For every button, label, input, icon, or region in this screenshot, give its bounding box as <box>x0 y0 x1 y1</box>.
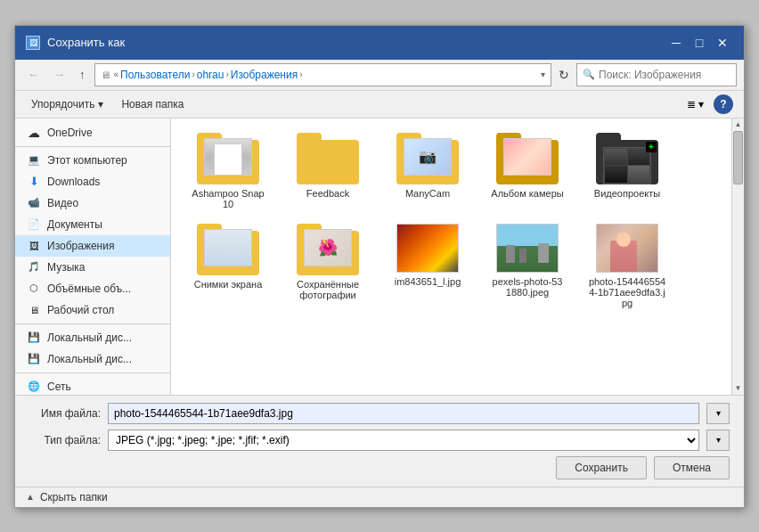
sidebar-item-music[interactable]: 🎵 Музыка <box>15 257 170 278</box>
sidebar-item-downloads[interactable]: ⬇ Downloads <box>15 171 170 192</box>
sidebar-item-network[interactable]: 🌐 Сеть <box>15 376 170 395</box>
folder-icon-sohr: 🌺 <box>297 224 359 275</box>
filetype-label: Тип файла: <box>29 434 101 446</box>
sidebar-label-onedrive: OneDrive <box>47 127 93 139</box>
breadcrumb-user[interactable]: ohrau <box>197 69 224 81</box>
images-icon: 🖼 <box>26 239 42 253</box>
sidebar-label-music: Музыка <box>47 261 85 274</box>
sidebar-item-computer[interactable]: 💻 Этот компьютер <box>15 150 170 171</box>
breadcrumb-images[interactable]: Изображения <box>231 69 298 81</box>
sidebar-item-3d[interactable]: ⬡ Объёмные объ... <box>15 278 170 299</box>
downloads-icon: ⬇ <box>26 175 42 189</box>
video-icon: 📹 <box>26 196 42 210</box>
help-button[interactable]: ? <box>714 94 733 114</box>
thumbnail-photo-girl <box>596 224 658 273</box>
file-label: im843651_l.jpg <box>395 276 461 287</box>
refresh-button[interactable]: ↻ <box>555 66 573 84</box>
vertical-scrollbar[interactable]: ▲ ▼ <box>731 119 744 395</box>
dialog-title: Сохранить как <box>47 36 125 49</box>
folder-icon-kamera <box>496 133 559 184</box>
list-item[interactable]: + Видеопроекты <box>579 127 675 215</box>
onedrive-icon: ☁ <box>26 126 42 140</box>
sidebar-item-onedrive[interactable]: ☁ OneDrive <box>15 122 170 143</box>
search-input[interactable] <box>599 69 730 81</box>
file-label: Feedback <box>306 188 349 199</box>
footer-toggle-label: Скрыть папки <box>40 491 108 503</box>
filename-input[interactable] <box>108 403 699 424</box>
bottom-area: Имя файла: ▾ Тип файла: JPEG (*.jpg; *.j… <box>15 395 744 487</box>
minimize-button[interactable]: ─ <box>665 33 687 53</box>
file-area: Ashampoo Snap10 Feedback 📷 <box>171 119 731 395</box>
folder-icon-snimki <box>197 224 259 275</box>
toolbar2: Упорядочить ▾ Новая папка ≣ ▾ ? <box>15 91 744 119</box>
network-icon: 🌐 <box>26 380 42 394</box>
thumbnail-pexels <box>496 224 559 273</box>
sidebar-label-docs: Документы <box>47 218 102 231</box>
file-label: Снимки экрана <box>194 279 263 290</box>
sidebar-item-drive-c[interactable]: 💾 Локальный дис... <box>15 327 170 348</box>
list-item[interactable]: Ashampoo Snap10 <box>180 127 276 215</box>
filename-label: Имя файла: <box>29 407 101 420</box>
filetype-dropdown-button[interactable]: ▾ <box>706 430 730 451</box>
sidebar-item-video[interactable]: 📹 Видео <box>15 192 170 214</box>
file-label: Альбом камеры <box>491 188 563 199</box>
filename-row: Имя файла: ▾ <box>29 403 730 424</box>
sidebar-item-docs[interactable]: 📄 Документы <box>15 214 170 235</box>
maximize-button[interactable]: □ <box>689 33 710 53</box>
cancel-button[interactable]: Отмена <box>654 456 730 479</box>
docs-icon: 📄 <box>26 217 42 232</box>
scroll-up-arrow[interactable]: ▲ <box>732 119 745 131</box>
sidebar-label-3d: Объёмные объ... <box>47 282 131 295</box>
address-bar[interactable]: 🖥 « Пользователи › ohrau › Изображения ›… <box>94 63 552 86</box>
save-button[interactable]: Сохранить <box>556 456 647 479</box>
sidebar-label-network: Сеть <box>47 381 71 393</box>
list-item[interactable]: photo-1544465544-1b71aee9dfa3.jpg <box>579 218 675 314</box>
list-item[interactable]: 📷 ManyCam <box>380 127 476 215</box>
filename-dropdown-button[interactable]: ▾ <box>706 403 730 424</box>
list-item[interactable]: Feedback <box>280 127 376 215</box>
toolbar2-right: ≣ ▾ ? <box>681 94 733 114</box>
title-bar: 🖼 Сохранить как ─ □ ✕ <box>15 26 744 60</box>
folder-icon-manycam: 📷 <box>396 133 459 184</box>
back-button[interactable]: ← <box>22 64 45 85</box>
file-label: Ashampoo Snap10 <box>192 188 264 209</box>
sidebar: ☁ OneDrive 💻 Этот компьютер ⬇ Downloads … <box>15 119 171 395</box>
list-item[interactable]: im843651_l.jpg <box>380 218 476 314</box>
footer-bar[interactable]: ▲ Скрыть папки <box>15 487 744 507</box>
sidebar-label-downloads: Downloads <box>47 176 100 188</box>
sidebar-item-images[interactable]: 🖼 Изображения <box>15 235 170 257</box>
list-item[interactable]: Альбом камеры <box>479 127 575 215</box>
computer-icon: 💻 <box>26 153 42 168</box>
up-button[interactable]: ↑ <box>74 64 91 85</box>
scroll-down-arrow[interactable]: ▼ <box>732 382 745 395</box>
address-dropdown-arrow[interactable]: ▾ <box>541 70 545 79</box>
drive-c-icon: 💾 <box>26 331 42 345</box>
file-label: ManyCam <box>405 188 450 199</box>
scroll-thumb[interactable] <box>733 131 743 184</box>
new-folder-button[interactable]: Новая папка <box>116 95 189 113</box>
file-label: pexels-photo-531880.jpeg <box>493 276 563 298</box>
view-button[interactable]: ≣ ▾ <box>681 94 710 114</box>
sidebar-item-drive-d[interactable]: 💾 Локальный дис... <box>15 348 170 370</box>
list-item[interactable]: Снимки экрана <box>180 218 276 314</box>
3d-icon: ⬡ <box>26 282 42 296</box>
sidebar-item-desktop[interactable]: 🖥 Рабочий стол <box>15 299 170 321</box>
footer-chevron-icon: ▲ <box>26 492 35 502</box>
list-item[interactable]: 🌺 Сохранённыефотографии <box>280 218 376 314</box>
search-box[interactable]: 🔍 <box>576 63 737 86</box>
breadcrumb: « Пользователи › ohrau › Изображения › <box>114 69 538 81</box>
forward-button[interactable]: → <box>48 64 70 85</box>
list-item[interactable]: pexels-photo-531880.jpeg <box>479 218 575 314</box>
sidebar-label-video: Видео <box>47 197 78 209</box>
scroll-track[interactable] <box>732 131 744 382</box>
filetype-row: Тип файла: JPEG (*.jpg; *.jpeg; *.jpe; *… <box>29 430 730 451</box>
folder-icon-ashampoo <box>197 133 259 184</box>
organize-button[interactable]: Упорядочить ▾ <box>26 95 109 113</box>
close-button[interactable]: ✕ <box>712 33 733 53</box>
sidebar-label-images: Изображения <box>47 240 114 252</box>
main-area: ☁ OneDrive 💻 Этот компьютер ⬇ Downloads … <box>15 119 744 395</box>
file-label: Сохранённыефотографии <box>297 279 359 300</box>
sidebar-label-computer: Этот компьютер <box>47 154 127 167</box>
filetype-select[interactable]: JPEG (*.jpg; *.jpeg; *.jpe; *.jfif; *.ex… <box>108 430 699 451</box>
breadcrumb-users[interactable]: Пользователи <box>120 69 190 81</box>
